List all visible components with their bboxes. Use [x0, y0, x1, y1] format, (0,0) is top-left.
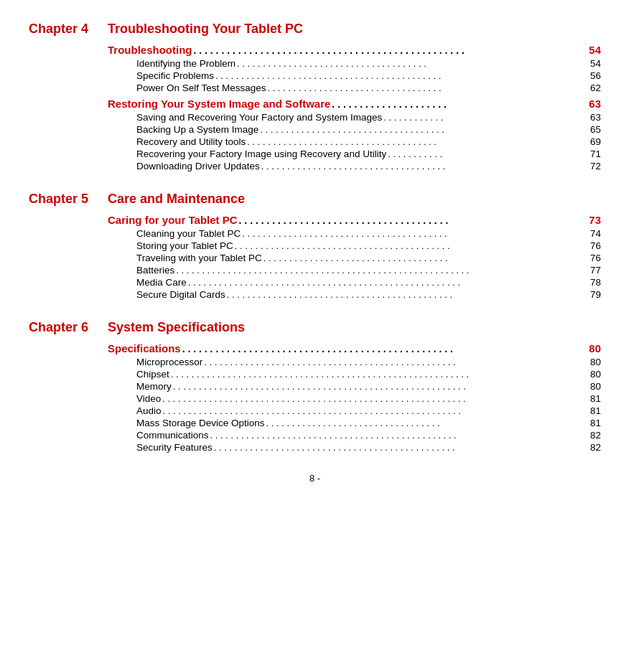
toc-entry: Power On Self Test Messages . . . . . . …	[108, 83, 601, 93]
toc-container: Chapter 4Troubleshooting Your Tablet PCT…	[29, 22, 601, 453]
entry-dots: . . . . . . . . . . . . . . . . . . . . …	[174, 265, 585, 276]
entry-dots: . . . . . . . . . . . . . . . . . . . . …	[172, 381, 585, 392]
chapter-title: Troubleshooting Your Tablet PC	[108, 22, 303, 37]
entry-name: Traveling with your Tablet PC	[136, 253, 262, 263]
entry-page: 81	[585, 405, 601, 416]
entry-name: Identifying the Problem	[136, 58, 235, 69]
section-page: 80	[585, 342, 601, 354]
toc-entry: Cleaning your Tablet PC . . . . . . . . …	[108, 228, 601, 239]
chapter-section: Chapter 5Care and MaintenanceCaring for …	[29, 192, 601, 300]
section-block: Specifications . . . . . . . . . . . . .…	[29, 342, 601, 453]
entry-page: 80	[585, 369, 601, 380]
entry-page: 82	[585, 430, 601, 441]
section-row: Troubleshooting . . . . . . . . . . . . …	[108, 44, 601, 56]
entry-name: Secure Digital Cards	[136, 289, 225, 300]
entry-page: 65	[585, 124, 601, 135]
entry-name: Saving and Recovering Your Factory and S…	[136, 112, 382, 123]
section-row: Restoring Your System Image and Software…	[108, 98, 601, 110]
toc-entry: Identifying the Problem . . . . . . . . …	[108, 58, 601, 69]
entry-dots: . . . . . . . . . . . . . . . . . . . . …	[209, 430, 585, 441]
entry-page: 74	[585, 228, 601, 239]
chapter-row: Chapter 6System Specifications	[29, 320, 601, 335]
entry-page: 81	[585, 393, 601, 404]
toc-entry: Traveling with your Tablet PC . . . . . …	[108, 253, 601, 263]
entry-name: Security Features	[136, 442, 213, 453]
page-footer: 8 -	[29, 473, 601, 484]
entry-name: Mass Storage Device Options	[136, 418, 265, 428]
toc-entry: Video . . . . . . . . . . . . . . . . . …	[108, 393, 601, 404]
entry-dots: . . . . . . . . . . . .	[382, 112, 585, 123]
section-dots: . . . . . . . . . . . . . . . . . . . . …	[330, 98, 585, 110]
chapter-title: System Specifications	[108, 320, 245, 335]
chapter-section: Chapter 6System SpecificationsSpecificat…	[29, 320, 601, 453]
entry-name: Power On Self Test Messages	[136, 83, 266, 93]
entry-page: 76	[585, 240, 601, 251]
section-name: Caring for your Tablet PC	[108, 214, 238, 226]
entry-name: Storing your Tablet PC	[136, 240, 233, 251]
entry-name: Batteries	[136, 265, 174, 276]
entry-page: 82	[585, 442, 601, 453]
entry-name: Microprocessor	[136, 357, 202, 367]
entry-name: Video	[136, 393, 161, 404]
entry-page: 76	[585, 253, 601, 263]
section-page: 63	[585, 98, 601, 110]
section-block: Restoring Your System Image and Software…	[29, 98, 601, 171]
section-name: Restoring Your System Image and Software	[108, 98, 330, 110]
entry-page: 54	[585, 58, 601, 69]
section-dots: . . . . . . . . . . . . . . . . . . . . …	[181, 343, 585, 354]
toc-entry: Microprocessor . . . . . . . . . . . . .…	[108, 357, 601, 367]
entry-dots: . . . . . . . . . . . . . . . . . . . . …	[169, 369, 585, 380]
entry-page: 80	[585, 381, 601, 392]
section-block: Caring for your Tablet PC . . . . . . . …	[29, 214, 601, 300]
entry-dots: . . . . . . . . . . . . . . . . . . . . …	[260, 161, 585, 171]
toc-entry: Saving and Recovering Your Factory and S…	[108, 112, 601, 123]
toc-entry: Backing Up a System Image . . . . . . . …	[108, 124, 601, 135]
chapter-label: Chapter 4	[29, 22, 108, 37]
entry-dots: . . . . . . . . . . . . . . . . . . . . …	[241, 228, 585, 239]
entry-page: 80	[585, 357, 601, 367]
section-dots: . . . . . . . . . . . . . . . . . . . . …	[238, 215, 585, 226]
entry-dots: . . . . . . . . . . . . . . . . . . . . …	[161, 393, 585, 404]
toc-entry: Communications . . . . . . . . . . . . .…	[108, 430, 601, 441]
chapter-label: Chapter 5	[29, 192, 108, 207]
entry-name: Backing Up a System Image	[136, 124, 258, 135]
entry-dots: . . . . . . . . . . . . . . . . . . . . …	[258, 124, 585, 135]
entry-name: Audio	[136, 405, 162, 416]
toc-entry: Specific Problems . . . . . . . . . . . …	[108, 70, 601, 81]
entry-dots: . . . . . . . . . . . . . . . . . . . . …	[265, 418, 585, 428]
section-dots: . . . . . . . . . . . . . . . . . . . . …	[192, 44, 586, 56]
entry-page: 77	[585, 265, 601, 276]
toc-entry: Recovery and Utility tools . . . . . . .…	[108, 136, 601, 147]
section-page: 73	[585, 214, 601, 226]
entry-dots: . . . . . . . . . . . . . . . . . . . . …	[246, 136, 585, 147]
entry-name: Memory	[136, 381, 172, 392]
toc-entry: Chipset . . . . . . . . . . . . . . . . …	[108, 369, 601, 380]
chapter-title: Care and Maintenance	[108, 192, 245, 207]
entry-page: 81	[585, 418, 601, 428]
entry-name: Media Care	[136, 277, 187, 288]
section-block: Troubleshooting . . . . . . . . . . . . …	[29, 44, 601, 93]
entry-dots: . . . . . . . . . . . . . . . . . . . . …	[266, 83, 585, 93]
toc-entry: Memory . . . . . . . . . . . . . . . . .…	[108, 381, 601, 392]
entry-dots: . . . . . . . . . . . . . . . . . . . . …	[202, 357, 585, 367]
entry-page: 78	[585, 277, 601, 288]
entry-dots: . . . . . . . . . . . . . . . . . . . . …	[214, 70, 585, 81]
entry-name: Recovering your Factory Image using Reco…	[136, 149, 386, 159]
entry-dots: . . . . . . . . . . . . . . . . . . . . …	[162, 405, 585, 416]
section-name: Specifications	[108, 342, 181, 354]
entry-dots: . . . . . . . . . . . . . . . . . . . . …	[235, 58, 585, 69]
section-page: 54	[585, 44, 601, 56]
entry-dots: . . . . . . . . . . . . . . . . . . . . …	[233, 240, 585, 251]
entry-name: Cleaning your Tablet PC	[136, 228, 241, 239]
entry-page: 56	[585, 70, 601, 81]
entry-page: 79	[585, 289, 601, 300]
entry-dots: . . . . . . . . . . . . . . . . . . . . …	[225, 289, 585, 300]
entry-name: Chipset	[136, 369, 169, 380]
toc-entry: Storing your Tablet PC . . . . . . . . .…	[108, 240, 601, 251]
chapter-label: Chapter 6	[29, 320, 108, 335]
toc-entry: Downloading Driver Updates . . . . . . .…	[108, 161, 601, 171]
entry-page: 72	[585, 161, 601, 171]
entry-name: Communications	[136, 430, 209, 441]
section-row: Caring for your Tablet PC . . . . . . . …	[108, 214, 601, 226]
entry-name: Downloading Driver Updates	[136, 161, 260, 171]
